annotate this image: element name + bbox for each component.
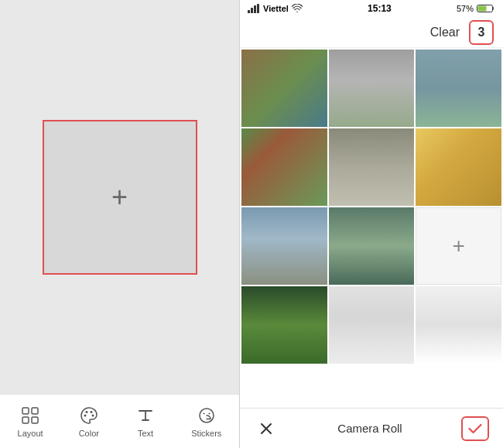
status-time: 15:13	[368, 3, 392, 14]
bottom-bar: Camera Roll	[240, 408, 503, 448]
add-more-icon: +	[452, 234, 464, 258]
text-icon	[135, 405, 156, 426]
svg-rect-14	[257, 4, 259, 13]
add-image-icon: +	[111, 181, 128, 214]
checkmark-icon	[468, 423, 482, 434]
photo-cell-8[interactable]	[329, 207, 415, 285]
toolbar-item-text[interactable]: Text	[135, 405, 156, 438]
svg-rect-12	[251, 8, 253, 13]
stickers-label: Stickers	[191, 429, 221, 438]
svg-rect-1	[32, 408, 38, 414]
svg-point-6	[90, 411, 92, 413]
svg-point-9	[203, 413, 204, 415]
photo-cell-2[interactable]	[329, 50, 415, 127]
text-label: Text	[138, 429, 153, 438]
photo-cell-add[interactable]: +	[416, 207, 501, 285]
signal-icon	[248, 4, 260, 13]
svg-point-7	[91, 415, 94, 417]
photo-cell-5[interactable]	[329, 128, 415, 206]
status-bar: Viettel 15:13 57%	[240, 0, 503, 17]
camera-roll-label: Camera Roll	[337, 422, 402, 435]
left-panel: + Layout	[0, 0, 240, 448]
photo-cell-3[interactable]	[416, 50, 501, 127]
selected-overlay-3	[416, 50, 501, 127]
photo-cell-10[interactable]	[329, 286, 415, 364]
bottom-toolbar: Layout Color Text	[0, 394, 239, 448]
battery-percentage: 57%	[457, 4, 474, 13]
svg-point-5	[85, 411, 87, 413]
photo-cell-7[interactable]	[241, 207, 327, 285]
toolbar-item-color[interactable]: Color	[78, 405, 100, 438]
svg-rect-16	[477, 6, 486, 12]
svg-rect-2	[22, 417, 29, 423]
color-icon	[78, 405, 100, 426]
layout-icon	[19, 405, 41, 426]
canvas-area[interactable]: +	[0, 0, 239, 394]
photo-cell-4[interactable]	[241, 128, 327, 206]
svg-rect-13	[254, 5, 256, 13]
svg-point-4	[84, 415, 86, 417]
wifi-icon	[292, 4, 303, 13]
confirm-button[interactable]	[461, 416, 489, 441]
cancel-icon	[259, 422, 273, 436]
photo-cell-9[interactable]	[241, 286, 327, 364]
clear-button[interactable]: Clear	[430, 26, 460, 39]
svg-point-10	[208, 413, 210, 415]
carrier-label: Viettel	[263, 4, 289, 13]
photo-grid: +	[240, 48, 503, 408]
toolbar-item-layout[interactable]: Layout	[18, 405, 43, 438]
status-battery: 57%	[457, 4, 495, 13]
stickers-icon	[196, 405, 217, 426]
layout-label: Layout	[18, 429, 43, 438]
photo-cell-11[interactable]	[416, 286, 501, 364]
toolbar-item-stickers[interactable]: Stickers	[191, 405, 221, 438]
color-label: Color	[79, 429, 99, 438]
selection-count-badge: 3	[469, 20, 494, 45]
photo-cell-1[interactable]	[241, 50, 327, 127]
right-panel: Viettel 15:13 57% Clear 3	[240, 0, 503, 448]
svg-rect-0	[22, 408, 29, 414]
carrier-info: Viettel	[248, 4, 303, 13]
selected-overlay-10	[329, 286, 415, 364]
svg-rect-11	[248, 10, 250, 13]
svg-rect-3	[32, 417, 38, 423]
gallery-header: Clear 3	[240, 17, 503, 48]
battery-icon	[477, 4, 495, 13]
canvas-placeholder[interactable]: +	[43, 120, 197, 275]
photo-cell-6[interactable]	[416, 128, 501, 206]
selected-overlay-2	[329, 50, 415, 127]
cancel-button[interactable]	[254, 416, 279, 441]
